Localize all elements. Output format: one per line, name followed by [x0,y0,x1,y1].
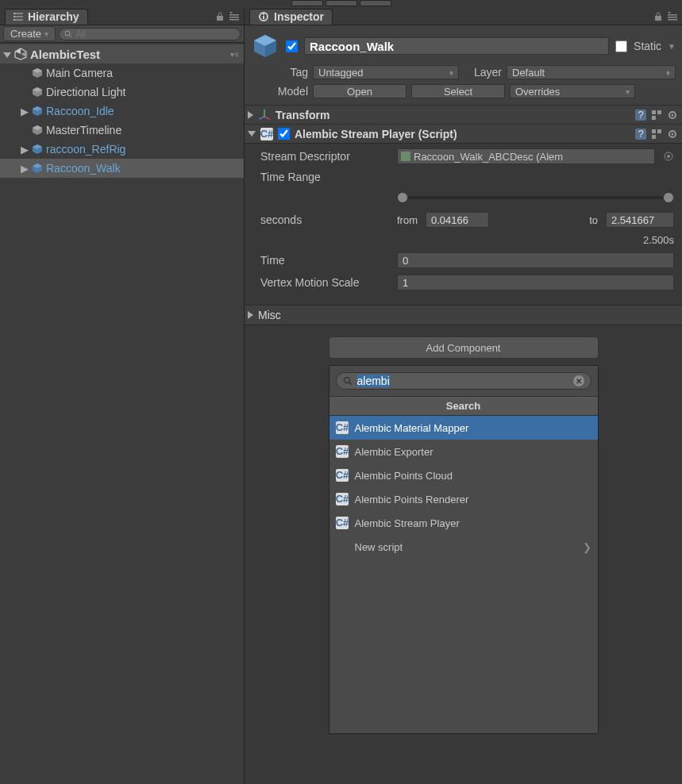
object-name-field[interactable] [304,37,609,55]
duration-label: 2.500s [643,234,674,246]
step-button[interactable] [360,0,391,6]
inspector-header: Static ▼ Tag Untagged♦ Layer Default♦ [245,25,682,106]
to-seconds-field[interactable] [606,212,674,228]
svg-rect-7 [229,14,239,16]
svg-rect-33 [668,17,677,18]
time-range-slider[interactable] [397,190,674,206]
create-button[interactable]: Create ▾ [3,26,56,41]
svg-text:C#: C# [260,128,273,140]
svg-text:C#: C# [336,493,349,505]
overrides-dropdown[interactable]: Overrides▾ [510,84,635,98]
tree-row[interactable]: Directional Light [0,83,244,102]
svg-rect-29 [263,13,264,15]
tree-row-selected[interactable]: ▶ Raccoon_Walk [0,159,244,178]
prefab-icon [32,163,43,174]
hierarchy-tab-label: Hierarchy [28,10,79,23]
svg-point-48 [672,113,674,116]
svg-marker-35 [668,12,671,14]
static-dropdown-icon[interactable]: ▼ [668,42,676,51]
tab-hierarchy[interactable]: Hierarchy [5,9,88,25]
hierarchy-search-input[interactable] [75,29,235,40]
component-item[interactable]: C# Alembic Material Mapper [329,416,598,440]
hierarchy-panel: Hierarchy Create ▾ [0,8,245,784]
tree-row[interactable]: ▶ raccoon_RefRig [0,140,244,159]
scene-row[interactable]: AlembicTest ▾≡ [0,44,244,63]
open-button[interactable]: Open [313,84,407,98]
layer-dropdown[interactable]: Default♦ [507,65,676,79]
gameobject-icon [32,125,43,136]
prefab-icon [32,144,43,155]
component-enable-checkbox[interactable] [278,128,290,140]
cs-script-icon: C# [336,493,349,505]
tree-row[interactable]: Main Camera [0,63,244,83]
transform-header[interactable]: Transform ? [245,106,682,125]
from-seconds-field[interactable] [426,212,489,228]
svg-rect-8 [229,17,239,18]
component-item[interactable]: C# Alembic Points Cloud [329,463,598,487]
gear-icon[interactable] [666,128,679,140]
context-menu-icon[interactable] [668,12,677,21]
tab-inspector[interactable]: Inspector [249,9,333,25]
active-checkbox[interactable] [286,40,298,52]
svg-rect-31 [655,16,661,21]
component-item[interactable]: C# Alembic Stream Player [329,511,598,535]
inspector-tab-label: Inspector [274,10,324,23]
gear-icon[interactable] [666,109,679,121]
transform-axes-icon [258,109,271,121]
svg-rect-46 [652,116,656,120]
vertex-motion-scale-field[interactable] [397,275,674,290]
play-button[interactable] [291,0,323,6]
select-button[interactable]: Select [411,84,505,98]
svg-rect-55 [652,135,656,139]
svg-line-41 [259,117,264,119]
tree-row[interactable]: MasterTimeline [0,121,244,140]
cs-script-icon: C# [336,469,349,482]
hierarchy-tree[interactable]: AlembicTest ▾≡ Main Camera Directional L… [0,43,244,784]
component-list: C# Alembic Material Mapper C# Alembic Ex… [329,416,598,733]
svg-rect-54 [657,129,661,133]
new-script-item[interactable]: New script ❯ [329,535,598,559]
svg-point-57 [672,133,674,135]
component-item[interactable]: C# Alembic Points Renderer [329,487,598,511]
add-component-button[interactable]: Add Component [329,336,599,359]
gameobject-icon [32,67,43,79]
alembic-stream-player-body: Stream Descriptor Raccoon_Walk_ABCDesc (… [245,144,682,306]
clear-search-icon[interactable]: ✕ [573,375,584,386]
help-icon[interactable]: ? [634,109,647,121]
asset-icon [401,152,410,161]
time-field[interactable] [397,252,674,268]
unity-logo-icon [14,48,27,60]
component-search-input[interactable] [357,375,568,387]
alembic-stream-player-header[interactable]: C# Alembic Stream Player (Script) ? [245,125,682,144]
svg-text:C#: C# [336,445,349,457]
svg-rect-30 [263,16,264,19]
chevron-right-icon: ❯ [583,541,591,553]
stream-descriptor-field[interactable]: Raccoon_Walk_ABCDesc (Alem [397,148,655,164]
context-menu-icon[interactable] [229,12,239,21]
preset-icon[interactable] [650,128,663,140]
scene-context-icon[interactable]: ▾≡ [230,50,244,59]
lock-icon[interactable] [653,12,663,21]
top-toolbar [0,0,682,8]
prefab-icon [32,106,43,117]
svg-rect-53 [652,129,656,133]
tree-row[interactable]: ▶ Raccoon_Idle [0,102,244,121]
svg-rect-32 [668,14,677,16]
help-icon[interactable]: ? [634,128,647,140]
svg-rect-44 [652,110,656,114]
object-picker-icon[interactable] [663,151,674,162]
svg-marker-15 [21,52,26,57]
preset-icon[interactable] [650,109,663,121]
hierarchy-search[interactable] [59,28,241,40]
component-item[interactable]: C# Alembic Exporter [329,440,598,463]
component-search[interactable]: ✕ [336,372,591,390]
inspector-panel: Inspector Static ▼ [245,8,682,784]
lock-icon[interactable] [215,12,225,21]
svg-point-5 [13,19,15,21]
misc-header[interactable]: Misc [245,306,682,325]
pause-button[interactable] [326,0,357,6]
static-checkbox[interactable] [615,40,627,52]
svg-text:?: ? [638,128,643,140]
add-component-popup: ✕ Search C# Alembic Material Mapper C# A… [329,365,599,734]
tag-dropdown[interactable]: Untagged♦ [313,65,459,79]
